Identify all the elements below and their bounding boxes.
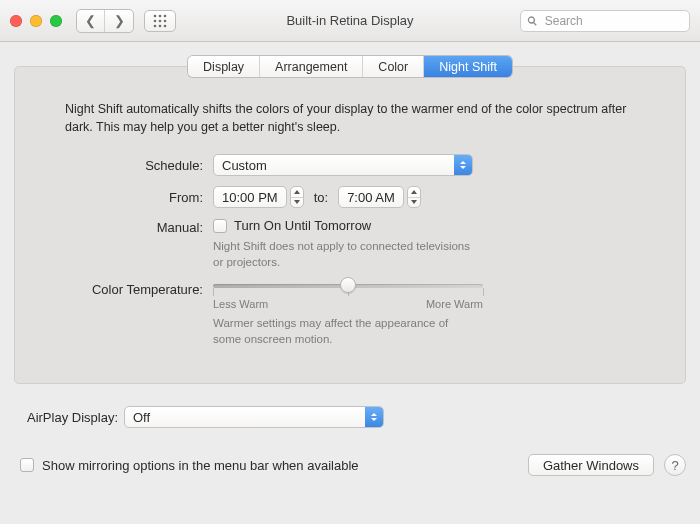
night-shift-description: Night Shift automatically shifts the col… [65,101,635,136]
to-time-stepper[interactable]: 7:00 AM [338,186,421,208]
window-controls [10,15,62,27]
stepper-down-icon[interactable] [291,198,303,208]
gather-windows-button[interactable]: Gather Windows [528,454,654,476]
stepper-up-icon[interactable] [408,187,420,198]
tab-bar: Display Arrangement Color Night Shift [188,56,512,77]
slider-more-label: More Warm [426,298,483,310]
night-shift-panel: Night Shift automatically shifts the col… [14,66,686,384]
schedule-select[interactable]: Custom [213,154,473,176]
svg-point-7 [159,24,162,27]
zoom-icon[interactable] [50,15,62,27]
footer: Show mirroring options in the menu bar w… [0,452,700,490]
tab-night-shift[interactable]: Night Shift [424,56,512,77]
search-input[interactable] [543,13,683,29]
search-icon [527,15,538,27]
back-button[interactable]: ❮ [77,10,105,32]
svg-point-5 [164,19,167,22]
bottom-area: AirPlay Display: Off [0,396,700,452]
close-icon[interactable] [10,15,22,27]
color-temperature-hint: Warmer settings may affect the appearanc… [213,316,473,347]
tab-arrangement[interactable]: Arrangement [260,56,363,77]
manual-hint: Night Shift does not apply to connected … [213,239,473,270]
row-from-to: From: 10:00 PM to: 7:00 AM [53,186,647,208]
svg-point-1 [159,14,162,17]
mirroring-checkbox[interactable] [20,458,34,472]
schedule-value: Custom [214,158,293,173]
from-time-stepper[interactable]: 10:00 PM [213,186,304,208]
row-color-temperature: Color Temperature: Less Warm More Warm W… [53,280,647,347]
airplay-select[interactable]: Off [124,406,384,428]
slider-thumb[interactable] [340,277,356,293]
tab-color[interactable]: Color [363,56,424,77]
slider-labels: Less Warm More Warm [213,298,483,310]
from-time-value[interactable]: 10:00 PM [213,186,287,208]
to-time-value[interactable]: 7:00 AM [338,186,404,208]
chevron-updown-icon [454,155,472,175]
to-stepper-arrows[interactable] [407,186,421,208]
tab-display[interactable]: Display [188,56,260,77]
row-airplay: AirPlay Display: Off [14,406,686,428]
slider-less-label: Less Warm [213,298,268,310]
to-label: to: [314,190,328,205]
svg-point-0 [154,14,157,17]
manual-checkbox-label: Turn On Until Tomorrow [234,218,371,233]
row-manual: Manual: Turn On Until Tomorrow Night Shi… [53,218,647,270]
svg-point-8 [164,24,167,27]
row-schedule: Schedule: Custom [53,154,647,176]
slider-track [213,284,483,288]
help-button[interactable]: ? [664,454,686,476]
schedule-label: Schedule: [53,158,213,173]
airplay-value: Off [125,410,176,425]
svg-point-3 [154,19,157,22]
stepper-up-icon[interactable] [291,187,303,198]
forward-button[interactable]: ❯ [105,10,133,32]
svg-point-6 [154,24,157,27]
from-label: From: [53,190,213,205]
minimize-icon[interactable] [30,15,42,27]
grid-icon [153,14,167,28]
content-area: Display Arrangement Color Night Shift Ni… [0,42,700,396]
search-field[interactable] [520,10,690,32]
chevron-updown-icon [365,407,383,427]
svg-point-4 [159,19,162,22]
mirroring-checkbox-label: Show mirroring options in the menu bar w… [42,458,359,473]
svg-point-2 [164,14,167,17]
airplay-label: AirPlay Display: [14,410,124,425]
show-all-button[interactable] [144,10,176,32]
nav-buttons: ❮ ❯ [76,9,134,33]
titlebar: ❮ ❯ Built-in Retina Display [0,0,700,42]
from-stepper-arrows[interactable] [290,186,304,208]
color-temperature-slider[interactable]: Less Warm More Warm [213,280,483,310]
manual-label: Manual: [53,218,213,235]
manual-checkbox[interactable] [213,219,227,233]
color-temperature-label: Color Temperature: [53,280,213,297]
stepper-down-icon[interactable] [408,198,420,208]
